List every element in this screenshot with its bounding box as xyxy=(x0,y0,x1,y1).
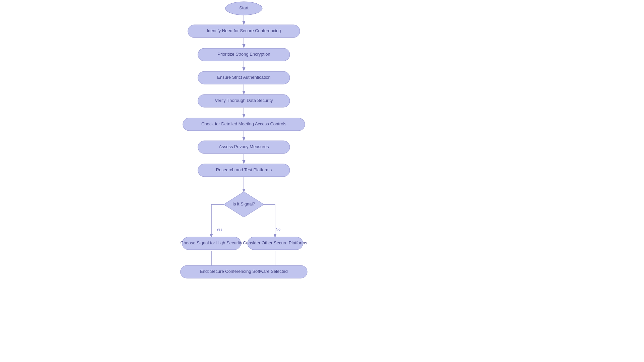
datasec-label: Verify Thorough Data Security xyxy=(215,98,273,103)
auth-label: Ensure Strict Authentication xyxy=(217,75,271,80)
end-label: End: Secure Conferencing Software Select… xyxy=(200,269,288,274)
arrow-decision-no xyxy=(254,204,275,237)
research-label: Research and Test Platforms xyxy=(216,167,272,172)
encryption-label: Prioritize Strong Encryption xyxy=(217,52,270,57)
privacy-label: Assess Privacy Measures xyxy=(219,144,269,149)
flowchart-container: Yes No Start Identify Need for Secure Co… xyxy=(0,0,644,362)
no-node-label: Consider Other Secure Platforms xyxy=(243,240,307,245)
decision-label: Is it Signal? xyxy=(232,201,255,206)
identify-label: Identify Need for Secure Conferencing xyxy=(207,28,281,33)
access-label: Check for Detailed Meeting Access Contro… xyxy=(201,121,286,126)
no-label: No xyxy=(276,227,280,231)
arrow-decision-yes xyxy=(211,204,234,237)
start-label: Start xyxy=(239,5,249,10)
yes-node-label: Choose Signal for High Security xyxy=(180,240,243,245)
yes-label: Yes xyxy=(216,227,222,231)
